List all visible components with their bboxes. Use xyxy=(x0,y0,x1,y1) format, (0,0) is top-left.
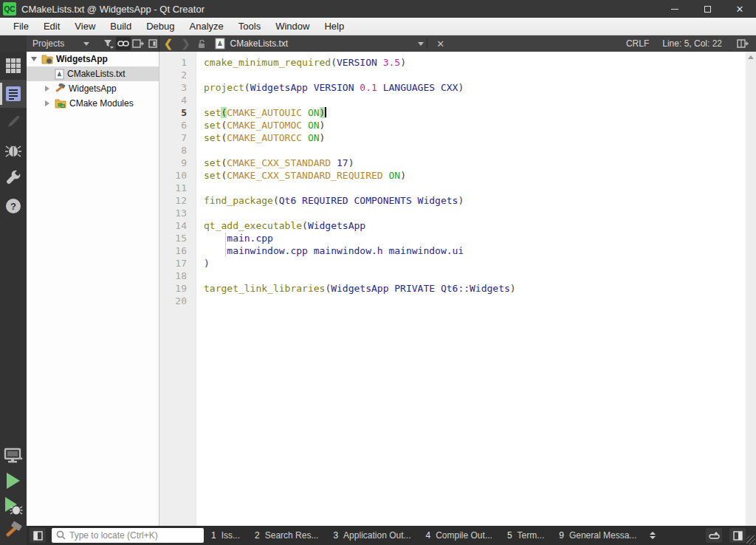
tree-row-cmakelists[interactable]: CMakeLists.txt xyxy=(27,66,159,81)
output-pane-search-results[interactable]: 2 Search Res... xyxy=(247,526,326,545)
split-editor-button[interactable] xyxy=(735,37,750,50)
output-pane-terminal[interactable]: 5 Term... xyxy=(500,526,551,545)
menu-tools[interactable]: Tools xyxy=(231,18,268,35)
mode-projects[interactable] xyxy=(0,164,27,192)
welcome-grid-icon xyxy=(5,58,21,74)
menu-edit[interactable]: Edit xyxy=(36,18,67,35)
build-hammer-icon xyxy=(3,521,24,542)
line-number[interactable]: 14 xyxy=(159,219,187,232)
expander-expanded-icon[interactable] xyxy=(30,57,38,61)
maximize-button[interactable] xyxy=(691,0,724,18)
code-line[interactable] xyxy=(204,207,746,219)
build-button[interactable] xyxy=(3,521,24,542)
mode-edit[interactable] xyxy=(0,80,27,108)
mode-debug[interactable] xyxy=(0,136,27,164)
minimize-button[interactable] xyxy=(659,0,691,18)
sync-with-editor-button[interactable] xyxy=(116,37,131,50)
file-lock-button[interactable] xyxy=(194,37,209,50)
code-line[interactable]: set(CMAKE_CXX_STANDARD 17) xyxy=(204,157,746,169)
line-number[interactable]: 11 xyxy=(159,182,187,194)
line-number[interactable]: 4 xyxy=(159,94,187,106)
code-lines[interactable]: cmake_minimum_required(VERSION 3.5)proje… xyxy=(196,52,746,526)
line-ending-indicator[interactable]: CRLF xyxy=(626,38,649,49)
code-line[interactable]: cmake_minimum_required(VERSION 3.5) xyxy=(204,56,746,69)
run-button[interactable] xyxy=(4,471,22,490)
code-line[interactable]: set(CMAKE_AUTOMOC ON) xyxy=(204,119,746,131)
close-document-button[interactable]: ✕ xyxy=(430,38,450,49)
locator[interactable] xyxy=(52,528,204,543)
code-line[interactable]: target_link_libraries(WidgetsApp PRIVATE… xyxy=(204,282,746,295)
code-line[interactable] xyxy=(204,144,746,157)
menu-build[interactable]: Build xyxy=(103,18,139,35)
line-number[interactable]: 16 xyxy=(159,244,187,257)
expander-collapsed-icon[interactable] xyxy=(43,86,52,92)
mode-help[interactable]: ? xyxy=(0,192,27,220)
line-number[interactable]: 1 xyxy=(159,56,187,69)
code-line[interactable]: mainwindow.cpp mainwindow.h mainwindow.u… xyxy=(204,244,746,257)
code-line[interactable] xyxy=(204,295,746,307)
line-number[interactable]: 20 xyxy=(159,295,187,307)
vertical-scrollbar[interactable] xyxy=(746,52,756,526)
menu-file[interactable]: File xyxy=(6,18,36,35)
line-number[interactable]: 13 xyxy=(159,207,187,219)
menu-view[interactable]: View xyxy=(67,18,103,35)
code-line[interactable]: qt_add_executable(WidgetsApp xyxy=(204,219,746,232)
expander-collapsed-icon[interactable] xyxy=(43,100,52,106)
code-line[interactable]: set(CMAKE_AUTORCC ON) xyxy=(204,131,746,144)
code-line[interactable] xyxy=(204,182,746,194)
line-number[interactable]: 6 xyxy=(159,119,187,131)
line-number[interactable]: 15 xyxy=(159,232,187,244)
resize-grip[interactable] xyxy=(746,535,755,544)
line-number[interactable]: 7 xyxy=(159,131,187,144)
split-pane-button[interactable] xyxy=(131,37,145,50)
toggle-left-sidebar-button[interactable] xyxy=(30,528,46,543)
output-pane-issues[interactable]: 1 Iss... xyxy=(204,526,247,545)
tree-row-target-widgetsapp[interactable]: WidgetsApp xyxy=(27,81,159,96)
code-line[interactable] xyxy=(204,270,746,282)
code-line[interactable]: set(CMAKE_AUTOUIC ON) xyxy=(204,106,746,119)
line-number[interactable]: 10 xyxy=(159,169,187,182)
code-line[interactable]: set(CMAKE_CXX_STANDARD_REQUIRED ON) xyxy=(204,169,746,182)
output-pane-selector-button[interactable] xyxy=(650,532,656,539)
line-number[interactable]: 9 xyxy=(159,157,187,169)
tree-row-project-root[interactable]: WidgetsApp xyxy=(27,52,159,66)
line-number[interactable]: 12 xyxy=(159,194,187,207)
open-document-dropdown[interactable]: CMakeLists.txt xyxy=(215,38,424,49)
tree-item-label: CMake Modules xyxy=(69,98,134,109)
code-line[interactable]: main.cpp xyxy=(204,232,746,244)
menu-help[interactable]: Help xyxy=(317,18,351,35)
line-number[interactable]: 17 xyxy=(159,257,187,270)
line-number[interactable]: 2 xyxy=(159,69,187,81)
line-number[interactable]: 3 xyxy=(159,81,187,94)
menu-window[interactable]: Window xyxy=(268,18,317,35)
kit-selector-button[interactable] xyxy=(4,448,23,465)
close-button[interactable]: ✕ xyxy=(724,0,756,18)
menu-debug[interactable]: Debug xyxy=(139,18,182,35)
line-number[interactable]: 19 xyxy=(159,282,187,295)
code-editor[interactable]: 1234567891011121314151617181920 cmake_mi… xyxy=(159,52,756,526)
tree-row-cmake-modules[interactable]: CMake Modules xyxy=(27,96,159,111)
filter-tree-button[interactable] xyxy=(101,37,116,50)
mode-welcome[interactable] xyxy=(0,52,27,80)
code-line[interactable] xyxy=(204,94,746,106)
pane-selector-dropdown[interactable]: Projects xyxy=(27,38,95,49)
debug-run-button[interactable] xyxy=(4,496,23,515)
toggle-right-sidebar-button[interactable] xyxy=(729,528,746,543)
line-number[interactable]: 8 xyxy=(159,144,187,157)
output-pane-compile-output[interactable]: 4 Compile Out... xyxy=(419,526,500,545)
code-line[interactable]: ) xyxy=(204,257,746,270)
locator-input[interactable] xyxy=(69,530,188,541)
line-number[interactable]: 18 xyxy=(159,270,187,282)
code-line[interactable] xyxy=(204,69,746,81)
code-line[interactable]: project(WidgetsApp VERSION 0.1 LANGUAGES… xyxy=(204,81,746,94)
close-pane-button[interactable] xyxy=(145,37,160,50)
code-line[interactable]: find_package(Qt6 REQUIRED COMPONENTS Wid… xyxy=(204,194,746,207)
output-pane-general-messages[interactable]: 9 General Messa... xyxy=(551,526,644,545)
mode-design[interactable] xyxy=(0,108,27,136)
go-forward-button[interactable]: ❯ xyxy=(177,38,195,49)
go-back-button[interactable]: ❮ xyxy=(159,38,177,49)
menu-analyze[interactable]: Analyze xyxy=(182,18,231,35)
toggle-progress-details-button[interactable] xyxy=(706,528,722,543)
line-number[interactable]: 5 xyxy=(159,106,187,119)
output-pane-application-output[interactable]: 3 Application Out... xyxy=(326,526,418,545)
